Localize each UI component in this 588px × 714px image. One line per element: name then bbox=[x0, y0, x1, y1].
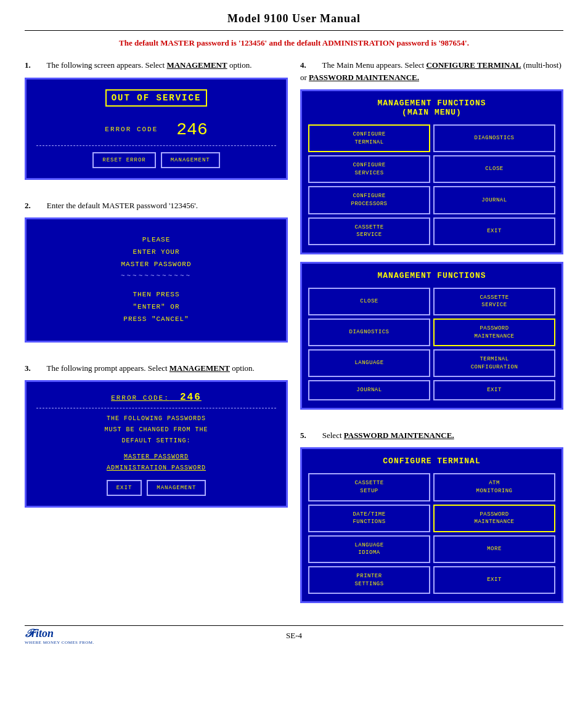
screen3-l3: DEFAULT SETTING: bbox=[36, 436, 276, 447]
menu2-terminal-configuration[interactable]: TERMINALCONFIGURATION bbox=[433, 349, 555, 377]
screen3-btn-row: EXIT MANAGEMENT bbox=[36, 480, 276, 496]
screen1-btn-row: RESET ERROR MANAGEMENT bbox=[36, 152, 276, 168]
screen3-dash1 bbox=[36, 408, 276, 408]
footer-logo-area: 𝒯riton WHERE MONEY COMES FROM. bbox=[25, 627, 94, 645]
screen3-pw2: ADMINISTRATION PASSWORD bbox=[36, 463, 276, 474]
menu1-configure-terminal[interactable]: CONFIGURETERMINAL bbox=[308, 124, 430, 152]
menu-screen-1: MANAGEMENT FUNCTIONS(MAIN MENU) CONFIGUR… bbox=[300, 89, 563, 254]
left-column: 1. The following screen appears. Select … bbox=[25, 59, 288, 613]
menu3-exit[interactable]: EXIT bbox=[433, 566, 555, 594]
menu3-datetime-functions[interactable]: DATE/TIMEFUNCTIONS bbox=[308, 505, 430, 532]
red-notice: The default MASTER password is '123456' … bbox=[25, 38, 563, 48]
section-5-text: 5. Select PASSWORD MAINTENANCE. bbox=[300, 429, 563, 442]
menu2-grid: CLOSE CASSETTESERVICE DIAGNOSTICS PASSWO… bbox=[308, 288, 555, 400]
menu3-printer-settings[interactable]: PRINTERSETTINGS bbox=[308, 566, 430, 594]
screen3-error-num: 246 bbox=[180, 392, 202, 403]
screen3-l1: THE FOLLOWING PASSWORDS bbox=[36, 413, 276, 424]
menu3-cassette-setup[interactable]: CASSETTESETUP bbox=[308, 473, 430, 501]
menu3-language-idioma[interactable]: LANGUAGEIDIOMA bbox=[308, 535, 430, 563]
section-4: 4. The Main Menu appears. Select CONFIGU… bbox=[300, 59, 563, 410]
section-2-text: 2. Enter the default MASTER password '12… bbox=[25, 200, 288, 212]
section-1-text: 1. The following screen appears. Select … bbox=[25, 59, 288, 71]
screen1-error-label: ERROR CODE bbox=[105, 126, 158, 133]
screen3-l2: MUST BE CHANGED FROM THE bbox=[36, 424, 276, 436]
menu2-cassette-service[interactable]: CASSETTESERVICE bbox=[433, 288, 555, 315]
section-4-text: 4. The Main Menu appears. Select CONFIGU… bbox=[300, 59, 563, 83]
atm-screen-2: PLEASE ENTER YOUR MASTER PASSWORD ~~~~~~… bbox=[25, 217, 288, 343]
screen2-line2: ENTER YOUR bbox=[36, 246, 276, 259]
menu3-password-maintenance[interactable]: PASSWORDMAINTENANCE bbox=[433, 505, 555, 532]
section-5: 5. Select PASSWORD MAINTENANCE. CONFIGUR… bbox=[300, 429, 563, 603]
page-header: Model 9100 User Manual bbox=[25, 12, 563, 31]
s1-number: 1. bbox=[25, 60, 31, 70]
menu2-close[interactable]: CLOSE bbox=[308, 288, 430, 315]
menu2-password-maintenance[interactable]: PASSWORDMAINTENANCE bbox=[433, 318, 555, 346]
screen3-exit-btn[interactable]: EXIT bbox=[107, 480, 142, 496]
menu3-more[interactable]: MORE bbox=[433, 535, 555, 563]
menu1-journal[interactable]: JOURNAL bbox=[433, 186, 555, 214]
atm-screen-3: ERROR CODE: 246 THE FOLLOWING PASSWORDS … bbox=[25, 380, 288, 508]
section-1: 1. The following screen appears. Select … bbox=[25, 59, 288, 180]
menu1-diagnostics[interactable]: DIAGNOSTICS bbox=[433, 124, 555, 152]
s2-number: 2. bbox=[25, 201, 31, 210]
s3-number: 3. bbox=[25, 363, 31, 373]
screen1-error-row: ERROR CODE 246 bbox=[36, 120, 276, 139]
screen3-management-btn[interactable]: MANAGEMENT bbox=[147, 480, 206, 496]
screen2-line3: MASTER PASSWORD bbox=[36, 259, 276, 271]
screen2-body: PLEASE ENTER YOUR MASTER PASSWORD ~~~~~~… bbox=[36, 234, 276, 326]
section-3: 3. The following prompt appears. Select … bbox=[25, 362, 288, 508]
page-footer: 𝒯riton WHERE MONEY COMES FROM. SE-4 bbox=[25, 625, 563, 641]
menu1-configure-services[interactable]: CONFIGURESERVICES bbox=[308, 155, 430, 183]
menu2-language[interactable]: LANGUAGE bbox=[308, 349, 430, 377]
screen3-pw1: MASTER PASSWORD bbox=[36, 452, 276, 463]
content-area: 1. The following screen appears. Select … bbox=[25, 59, 563, 613]
menu2-title: MANAGEMENT FUNCTIONS bbox=[308, 271, 555, 280]
section-2: 2. Enter the default MASTER password '12… bbox=[25, 200, 288, 343]
screen1-dashed-line bbox=[36, 145, 276, 146]
screen2-line1: PLEASE bbox=[36, 234, 276, 246]
menu2-diagnostics[interactable]: DIAGNOSTICS bbox=[308, 318, 430, 346]
menu-screen-3: CONFIGURE TERMINAL CASSETTESETUP ATMMONI… bbox=[300, 447, 563, 603]
menu3-grid: CASSETTESETUP ATMMONITORING DATE/TIMEFUN… bbox=[308, 473, 555, 594]
menu1-close[interactable]: CLOSE bbox=[433, 155, 555, 183]
menu2-journal[interactable]: JOURNAL bbox=[308, 380, 430, 400]
s5-number: 5. bbox=[300, 431, 306, 440]
page-number: SE-4 bbox=[286, 631, 302, 641]
menu1-exit[interactable]: EXIT bbox=[433, 217, 555, 245]
screen1-management-btn[interactable]: MANAGEMENT bbox=[161, 152, 220, 168]
screen2-line4: THEN PRESS bbox=[36, 289, 276, 301]
menu-screen-2: MANAGEMENT FUNCTIONS CLOSE CASSETTESERVI… bbox=[300, 262, 563, 410]
triton-logo: 𝒯riton bbox=[25, 627, 54, 639]
right-column: 4. The Main Menu appears. Select CONFIGU… bbox=[300, 59, 563, 613]
menu3-title: CONFIGURE TERMINAL bbox=[308, 456, 555, 466]
menu3-atm-monitoring[interactable]: ATMMONITORING bbox=[433, 473, 555, 501]
screen1-title: OUT OF SERVICE bbox=[105, 89, 208, 107]
screen2-line6: PRESS "CANCEL" bbox=[36, 314, 276, 326]
menu2-exit[interactable]: EXIT bbox=[433, 380, 555, 400]
header-title: Model 9100 User Manual bbox=[227, 12, 361, 25]
menu1-cassette-service[interactable]: CASSETTESERVICE bbox=[308, 217, 430, 245]
menu1-configure-processors[interactable]: CONFIGUREPROCESSORS bbox=[308, 186, 430, 214]
screen2-dashes: ~~~~~~~~~~~~ bbox=[36, 270, 276, 283]
screen1-reset-btn[interactable]: RESET ERROR bbox=[92, 152, 155, 168]
triton-logo-container: 𝒯riton WHERE MONEY COMES FROM. bbox=[25, 627, 94, 645]
notice-text: The default MASTER password is '123456' … bbox=[119, 38, 469, 47]
menu1-grid: CONFIGURETERMINAL DIAGNOSTICS CONFIGURES… bbox=[308, 124, 555, 245]
triton-tagline: WHERE MONEY COMES FROM. bbox=[25, 640, 94, 645]
s4-number: 4. bbox=[300, 60, 306, 70]
screen2-line5: "ENTER" OR bbox=[36, 301, 276, 314]
section-3-text: 3. The following prompt appears. Select … bbox=[25, 362, 288, 375]
screen3-body: THE FOLLOWING PASSWORDS MUST BE CHANGED … bbox=[36, 413, 276, 474]
screen3-error-label: ERROR CODE: 246 bbox=[36, 392, 276, 403]
screen1-error-number: 246 bbox=[176, 120, 207, 139]
menu1-title: MANAGEMENT FUNCTIONS(MAIN MENU) bbox=[308, 99, 555, 117]
atm-screen-1: OUT OF SERVICE ERROR CODE 246 RESET ERRO… bbox=[25, 78, 288, 180]
